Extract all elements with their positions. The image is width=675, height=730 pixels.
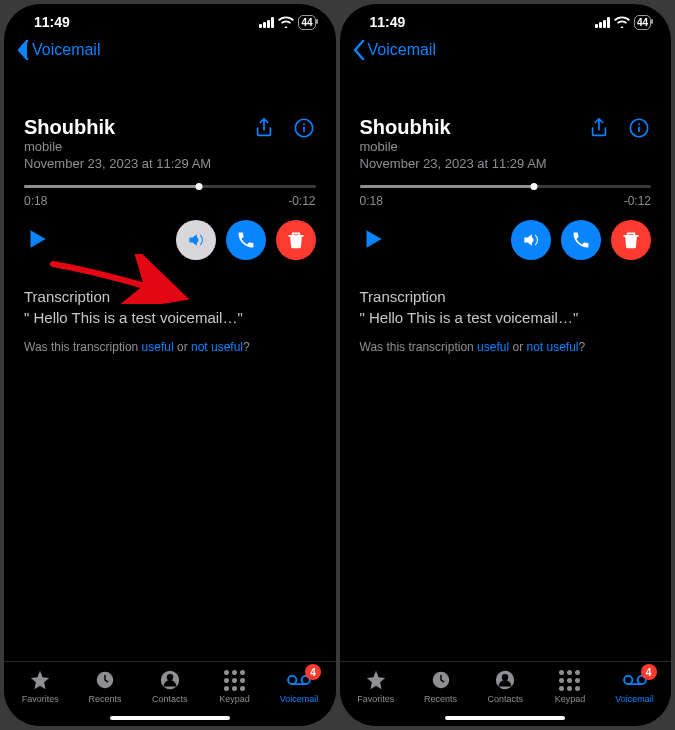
share-button[interactable] xyxy=(252,116,276,140)
wifi-icon xyxy=(278,16,294,28)
elapsed-time: 0:18 xyxy=(24,194,47,208)
status-bar: 11:49 44 xyxy=(4,4,336,34)
caller-type: mobile xyxy=(24,139,211,154)
svg-point-5 xyxy=(167,674,173,680)
transcription-text: " Hello This is a test voicemail…" xyxy=(360,309,652,326)
clock-icon xyxy=(93,668,117,692)
info-button[interactable] xyxy=(627,116,651,140)
svg-point-14 xyxy=(502,674,508,680)
tab-label: Voicemail xyxy=(615,694,654,704)
status-time: 11:49 xyxy=(370,14,406,30)
play-button[interactable] xyxy=(24,226,52,254)
voicemail-badge: 4 xyxy=(641,664,657,680)
wifi-icon xyxy=(614,16,630,28)
star-icon xyxy=(364,668,388,692)
transcription-feedback: Was this transcription useful or not use… xyxy=(24,340,316,354)
tab-label: Keypad xyxy=(219,694,250,704)
status-time: 11:49 xyxy=(34,14,70,30)
home-indicator[interactable] xyxy=(445,716,565,720)
tab-label: Recents xyxy=(424,694,457,704)
share-icon xyxy=(588,117,610,139)
share-icon xyxy=(253,117,275,139)
useful-link[interactable]: useful xyxy=(477,340,509,354)
contact-icon xyxy=(493,668,517,692)
tab-label: Recents xyxy=(89,694,122,704)
back-button[interactable]: Voicemail xyxy=(4,34,336,66)
caller-name: Shoubhik xyxy=(24,116,211,139)
battery-icon: 44 xyxy=(634,15,651,30)
tab-keypad[interactable]: Keypad xyxy=(540,668,600,704)
call-back-button[interactable] xyxy=(226,220,266,260)
delete-button[interactable] xyxy=(276,220,316,260)
phone-icon xyxy=(236,230,256,250)
phone-icon xyxy=(571,230,591,250)
svg-point-1 xyxy=(302,123,304,125)
tab-label: Contacts xyxy=(152,694,188,704)
speaker-button[interactable] xyxy=(511,220,551,260)
not-useful-link[interactable]: not useful xyxy=(526,340,578,354)
svg-point-6 xyxy=(288,676,296,684)
speaker-button[interactable] xyxy=(176,220,216,260)
tab-recents[interactable]: Recents xyxy=(411,668,471,704)
keypad-icon xyxy=(558,668,582,692)
phone-screenshot-right: 11:49 44 Voicemail Shoubhik mobile Novem… xyxy=(340,4,672,726)
tab-contacts[interactable]: Contacts xyxy=(140,668,200,704)
svg-rect-11 xyxy=(638,127,640,133)
caller-type: mobile xyxy=(360,139,547,154)
call-back-button[interactable] xyxy=(561,220,601,260)
chevron-left-icon xyxy=(16,40,30,60)
svg-point-15 xyxy=(624,676,632,684)
battery-icon: 44 xyxy=(298,15,315,30)
voicemail-date: November 23, 2023 at 11:29 AM xyxy=(360,156,547,171)
tab-recents[interactable]: Recents xyxy=(75,668,135,704)
transcription-text: " Hello This is a test voicemail…" xyxy=(24,309,316,326)
share-button[interactable] xyxy=(587,116,611,140)
home-indicator[interactable] xyxy=(110,716,230,720)
phone-screenshot-left: 11:49 44 Voicemail Shoubhik mobile Novem… xyxy=(4,4,336,726)
tab-favorites[interactable]: Favorites xyxy=(346,668,406,704)
contact-icon xyxy=(158,668,182,692)
delete-button[interactable] xyxy=(611,220,651,260)
playback-scrubber[interactable]: 0:18 -0:12 xyxy=(360,185,652,208)
speaker-icon xyxy=(186,230,206,250)
tab-contacts[interactable]: Contacts xyxy=(475,668,535,704)
play-button[interactable] xyxy=(360,226,388,254)
playback-scrubber[interactable]: 0:18 -0:12 xyxy=(24,185,316,208)
useful-link[interactable]: useful xyxy=(142,340,174,354)
transcription-heading: Transcription xyxy=(24,288,316,305)
play-icon xyxy=(360,226,386,252)
tab-voicemail[interactable]: Voicemail 4 xyxy=(605,668,665,704)
remaining-time: -0:12 xyxy=(288,194,315,208)
voicemail-badge: 4 xyxy=(305,664,321,680)
trash-icon xyxy=(286,230,306,250)
cellular-signal-icon xyxy=(595,17,610,28)
back-label: Voicemail xyxy=(32,41,100,59)
play-icon xyxy=(24,226,50,252)
tab-voicemail[interactable]: Voicemail 4 xyxy=(269,668,329,704)
info-icon xyxy=(628,117,650,139)
svg-rect-2 xyxy=(303,127,305,133)
tab-label: Voicemail xyxy=(280,694,319,704)
transcription-heading: Transcription xyxy=(360,288,652,305)
elapsed-time: 0:18 xyxy=(360,194,383,208)
svg-point-10 xyxy=(638,123,640,125)
tab-label: Keypad xyxy=(555,694,586,704)
transcription-feedback: Was this transcription useful or not use… xyxy=(360,340,652,354)
keypad-icon xyxy=(222,668,246,692)
status-bar: 11:49 44 xyxy=(340,4,672,34)
speaker-icon xyxy=(521,230,541,250)
back-button[interactable]: Voicemail xyxy=(340,34,672,66)
voicemail-date: November 23, 2023 at 11:29 AM xyxy=(24,156,211,171)
caller-name: Shoubhik xyxy=(360,116,547,139)
not-useful-link[interactable]: not useful xyxy=(191,340,243,354)
star-icon xyxy=(28,668,52,692)
trash-icon xyxy=(621,230,641,250)
chevron-left-icon xyxy=(352,40,366,60)
tab-keypad[interactable]: Keypad xyxy=(204,668,264,704)
cellular-signal-icon xyxy=(259,17,274,28)
tab-favorites[interactable]: Favorites xyxy=(10,668,70,704)
back-label: Voicemail xyxy=(368,41,436,59)
tab-label: Favorites xyxy=(22,694,59,704)
info-button[interactable] xyxy=(292,116,316,140)
remaining-time: -0:12 xyxy=(624,194,651,208)
